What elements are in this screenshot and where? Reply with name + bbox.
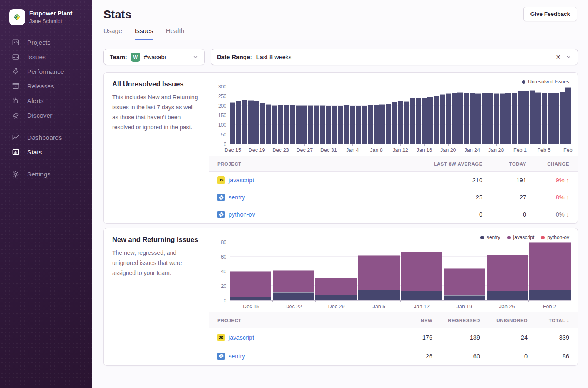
project-link[interactable]: sentry (229, 353, 245, 360)
sidebar-item-stats[interactable]: Stats (0, 145, 92, 159)
date-range-select[interactable]: Date Range: Last 8 weeks × (211, 49, 578, 65)
bar[interactable] (248, 100, 253, 144)
stacked-bar[interactable] (529, 242, 571, 300)
bar[interactable] (422, 98, 427, 144)
bar[interactable] (314, 105, 319, 144)
project-link[interactable]: python-ov (229, 211, 255, 218)
bar[interactable] (290, 105, 295, 144)
column-header-change[interactable]: CHANGE (526, 161, 569, 166)
bar[interactable] (302, 105, 307, 144)
org-switcher[interactable]: Empower Plant Jane Schmidt (0, 0, 92, 35)
bar[interactable] (368, 105, 373, 144)
sidebar-item-label: Discover (27, 112, 52, 119)
tab-issues[interactable]: Issues (135, 27, 153, 40)
column-header-avg[interactable]: LAST 8W AVERAGE (416, 161, 482, 166)
bar[interactable] (254, 101, 259, 144)
bar[interactable] (505, 93, 511, 144)
bar[interactable] (242, 100, 247, 144)
bar[interactable] (523, 91, 529, 144)
bar[interactable] (296, 105, 301, 144)
bar[interactable] (272, 105, 277, 144)
bar[interactable] (278, 105, 283, 144)
column-header-new[interactable]: NEW (383, 318, 432, 323)
stacked-bar[interactable] (273, 270, 314, 300)
bar[interactable] (482, 93, 487, 144)
bar[interactable] (386, 104, 391, 144)
bar[interactable] (260, 103, 265, 144)
bar[interactable] (266, 104, 271, 144)
bar[interactable] (530, 90, 535, 144)
bar[interactable] (434, 96, 439, 144)
bar-segment-javascript (401, 252, 443, 291)
bar[interactable] (518, 91, 523, 144)
column-header-total-sort[interactable]: TOTAL↓ (528, 317, 569, 323)
stacked-bar[interactable] (401, 252, 443, 300)
sidebar-item-issues[interactable]: Issues (0, 50, 92, 64)
bar[interactable] (475, 93, 481, 144)
bar[interactable] (487, 93, 493, 144)
sidebar-item-performance[interactable]: Performance (0, 64, 92, 79)
project-link[interactable]: javascript (229, 334, 254, 341)
bar[interactable] (512, 93, 517, 144)
column-header-project[interactable]: PROJECT (217, 318, 383, 323)
bar[interactable] (494, 93, 499, 144)
new-returning-xaxis: Dec 15Dec 22Dec 29Jan 5Jan 12Jan 19Jan 2… (230, 301, 571, 312)
stacked-bar[interactable] (444, 268, 485, 300)
bar[interactable] (404, 101, 409, 144)
bar[interactable] (284, 105, 289, 144)
bar[interactable] (398, 101, 403, 144)
column-header-unignored[interactable]: UNIGNORED (480, 318, 528, 323)
bar[interactable] (350, 106, 355, 144)
sidebar-item-projects[interactable]: Projects (0, 35, 92, 50)
bar[interactable] (374, 105, 379, 144)
tab-usage[interactable]: Usage (103, 27, 122, 40)
bar[interactable] (338, 106, 343, 144)
bar[interactable] (464, 93, 469, 144)
sidebar-item-settings[interactable]: Settings (0, 167, 92, 181)
tab-health[interactable]: Health (166, 27, 185, 40)
clear-icon[interactable]: × (556, 53, 560, 61)
bar[interactable] (500, 93, 505, 144)
sidebar-item-dashboards[interactable]: Dashboards (0, 130, 92, 145)
bar[interactable] (344, 105, 349, 144)
bar[interactable] (416, 98, 421, 144)
bar[interactable] (446, 93, 451, 144)
bar[interactable] (542, 93, 547, 144)
stacked-bar[interactable] (358, 255, 400, 300)
bar[interactable] (470, 93, 475, 144)
give-feedback-button[interactable]: Give Feedback (523, 7, 577, 21)
column-header-regressed[interactable]: REGRESSED (432, 318, 480, 323)
bar[interactable] (230, 102, 235, 144)
stacked-bar[interactable] (230, 271, 271, 300)
team-select[interactable]: Team: W #wasabi (103, 49, 205, 65)
project-link[interactable]: javascript (229, 177, 254, 184)
bar[interactable] (320, 105, 325, 144)
bar[interactable] (332, 106, 337, 144)
stacked-bar[interactable] (487, 255, 528, 300)
bar[interactable] (379, 104, 385, 144)
bar[interactable] (535, 92, 541, 144)
bar[interactable] (427, 97, 433, 144)
stacked-bar[interactable] (315, 278, 357, 300)
bar[interactable] (457, 92, 463, 144)
bar[interactable] (392, 102, 397, 144)
bar[interactable] (308, 105, 313, 144)
bar[interactable] (565, 87, 571, 144)
bar[interactable] (553, 93, 559, 144)
bar[interactable] (548, 93, 553, 144)
bar[interactable] (560, 92, 565, 144)
column-header-today[interactable]: TODAY (482, 161, 526, 166)
sidebar-item-alerts[interactable]: Alerts (0, 93, 92, 108)
bar[interactable] (362, 106, 367, 144)
bar[interactable] (410, 98, 415, 144)
panel-new-side: New and Returning Issues The new, regres… (104, 228, 209, 365)
project-link[interactable]: sentry (229, 194, 245, 201)
bar[interactable] (440, 94, 445, 144)
bar[interactable] (452, 93, 457, 144)
sidebar-item-discover[interactable]: Discover (0, 108, 92, 123)
bar[interactable] (356, 106, 361, 144)
bar[interactable] (236, 101, 241, 144)
sidebar-item-releases[interactable]: Releases (0, 79, 92, 93)
column-header-project[interactable]: PROJECT (217, 161, 416, 166)
bar[interactable] (326, 106, 331, 144)
